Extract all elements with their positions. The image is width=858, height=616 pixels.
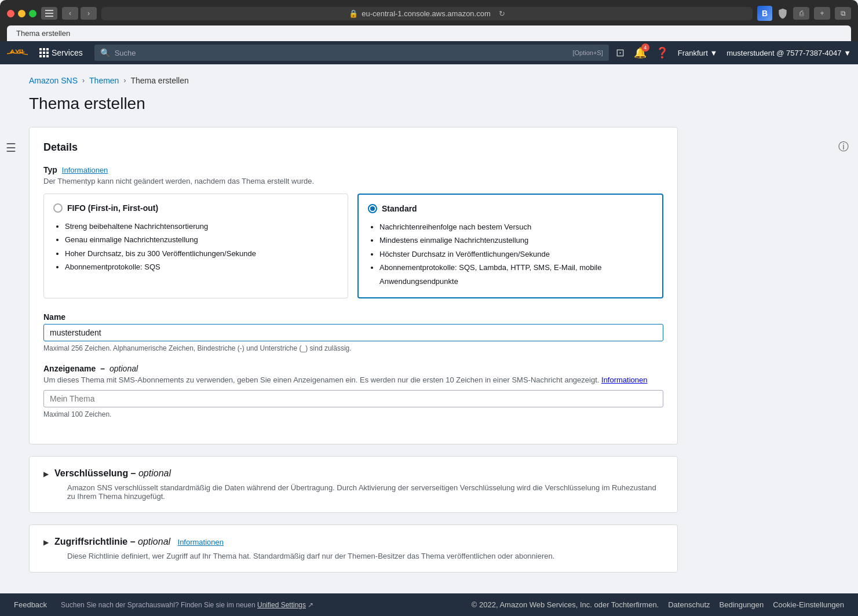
aws-logo bbox=[7, 45, 28, 60]
aws-navbar: Services 🔍 [Option+S] ⊡ 🔔 4 ❓ Frankfurt … bbox=[0, 41, 858, 64]
fifo-bullets: Streng beibehaltene Nachrichtensortierun… bbox=[53, 220, 338, 274]
standard-bullet-1: Nachrichtenreihenfolge nach bestem Versu… bbox=[379, 220, 653, 234]
page-content: Amazon SNS › Themen › Thema erstellen Th… bbox=[0, 64, 695, 596]
fifo-bullet-3: Hoher Durchsatz, bis zu 300 Veröffentlic… bbox=[65, 247, 338, 260]
forward-button[interactable]: › bbox=[81, 7, 97, 20]
encryption-title-area: Verschlüsselung – optional Amazon SNS ve… bbox=[54, 468, 663, 501]
shield-icon bbox=[777, 8, 788, 19]
standard-radio[interactable] bbox=[368, 204, 377, 213]
breadcrumb-current: Thema erstellen bbox=[130, 76, 188, 85]
fifo-bullet-2: Genau einmalige Nachrichtenzustellung bbox=[65, 233, 338, 246]
standard-header: Standard bbox=[368, 204, 653, 213]
display-name-desc: Um dieses Thema mit SMS-Abonnements zu v… bbox=[43, 376, 663, 384]
svg-rect-2 bbox=[45, 16, 53, 17]
access-policy-desc: Diese Richtlinie definiert, wer Zugriff … bbox=[67, 552, 554, 560]
help-icon[interactable]: ❓ bbox=[656, 46, 669, 59]
fifo-radio[interactable] bbox=[53, 203, 63, 213]
type-section: Typ Informationen Der Thementyp kann nic… bbox=[43, 165, 663, 298]
bitwarden-icon: B bbox=[757, 6, 772, 21]
display-name-group: Anzeigename – optional Um dieses Thema m… bbox=[43, 364, 663, 418]
search-input[interactable] bbox=[115, 49, 568, 57]
grid-icon bbox=[39, 48, 49, 57]
sidebar-toggle-btn[interactable] bbox=[41, 7, 57, 20]
lock-icon: 🔒 bbox=[349, 9, 358, 18]
search-icon: 🔍 bbox=[100, 48, 110, 57]
fifo-bullet-1: Streng beibehaltene Nachrichtensortierun… bbox=[65, 220, 338, 233]
radio-options: FIFO (First-in, First-out) Streng beibeh… bbox=[43, 194, 663, 298]
name-hint: Maximal 256 Zeichen. Alphanumerische Zei… bbox=[43, 344, 663, 352]
encryption-desc: Amazon SNS verschlüsselt standardmäßig d… bbox=[67, 483, 663, 501]
name-group: Name Maximal 256 Zeichen. Alphanumerisch… bbox=[43, 312, 663, 352]
browser-action-icons: ⎙ + ⧉ bbox=[793, 7, 851, 20]
notifications-icon[interactable]: 🔔 4 bbox=[634, 46, 647, 59]
access-policy-info-link[interactable]: Informationen bbox=[178, 538, 224, 546]
share-button[interactable]: ⎙ bbox=[793, 7, 809, 20]
svg-rect-1 bbox=[45, 13, 53, 14]
access-policy-arrow: ▶ bbox=[43, 538, 49, 546]
encryption-card: ▶ Verschlüsselung – optional Amazon SNS … bbox=[29, 456, 678, 513]
footer: Feedback Suchen Sie nach der Sprachauswa… bbox=[0, 593, 858, 596]
breadcrumb-sns[interactable]: Amazon SNS bbox=[29, 76, 78, 85]
standard-option[interactable]: Standard Nachrichtenreihenfolge nach bes… bbox=[357, 194, 663, 298]
new-tab-button[interactable]: + bbox=[814, 7, 830, 20]
access-policy-title-area: Zugriffsrichtlinie – optional Informatio… bbox=[54, 537, 554, 560]
services-menu[interactable]: Services bbox=[35, 46, 87, 60]
traffic-light-yellow[interactable] bbox=[18, 10, 25, 17]
display-name-label: Anzeigename – optional bbox=[43, 364, 663, 373]
back-button[interactable]: ‹ bbox=[62, 7, 78, 20]
reload-button[interactable]: ↻ bbox=[499, 9, 505, 18]
type-label: Typ Informationen bbox=[43, 165, 663, 174]
name-label: Name bbox=[43, 312, 663, 322]
fifo-option[interactable]: FIFO (First-in, First-out) Streng beibeh… bbox=[43, 194, 348, 298]
display-name-hint: Maximal 100 Zeichen. bbox=[43, 410, 663, 418]
breadcrumb-sep-1: › bbox=[82, 76, 85, 85]
details-card-title: Details bbox=[43, 141, 663, 154]
name-input[interactable] bbox=[43, 324, 663, 341]
browser-tab[interactable]: Thema erstellen bbox=[7, 25, 851, 41]
svg-rect-0 bbox=[45, 10, 53, 11]
fullscreen-button[interactable]: ⧉ bbox=[835, 7, 851, 20]
address-bar: 🔒 eu-central-1.console.aws.amazon.com ↻ bbox=[101, 7, 753, 20]
standard-bullet-3: Höchster Durchsatz in Veröffentlichungen… bbox=[379, 247, 653, 261]
display-name-input[interactable] bbox=[43, 390, 663, 407]
traffic-light-green[interactable] bbox=[29, 10, 36, 17]
type-desc: Der Thementyp kann nicht geändert werden… bbox=[43, 177, 663, 185]
page-title: Thema erstellen bbox=[29, 94, 678, 113]
breadcrumb-themes[interactable]: Themen bbox=[89, 76, 119, 85]
standard-bullet-4: Abonnementprotokolle: SQS, Lambda, HTTP,… bbox=[379, 261, 653, 288]
fifo-bullet-4: Abonnementprotokolle: SQS bbox=[65, 260, 338, 274]
display-name-info-link[interactable]: Informationen bbox=[601, 376, 648, 384]
breadcrumb-sep-2: › bbox=[123, 76, 126, 85]
encryption-arrow: ▶ bbox=[43, 470, 49, 478]
standard-bullet-2: Mindestens einmalige Nachrichtenzustellu… bbox=[379, 234, 653, 247]
region-selector[interactable]: Frankfurt ▼ bbox=[678, 49, 718, 57]
main-content: ☰ ⓘ Amazon SNS › Themen › Thema erstelle… bbox=[0, 64, 858, 596]
standard-bullets: Nachrichtenreihenfolge nach bestem Versu… bbox=[368, 220, 653, 288]
browser-nav: ‹ › bbox=[62, 7, 97, 20]
cloudshell-icon[interactable]: ⊡ bbox=[616, 46, 625, 59]
breadcrumb: Amazon SNS › Themen › Thema erstellen bbox=[29, 76, 678, 85]
type-info-link[interactable]: Informationen bbox=[62, 166, 108, 174]
aws-logo-area bbox=[7, 45, 28, 60]
nav-icons-area: ⊡ 🔔 4 ❓ Frankfurt ▼ musterstudent @ 7577… bbox=[616, 46, 851, 59]
user-menu[interactable]: musterstudent @ 7577-7387-4047 ▼ bbox=[726, 49, 851, 57]
hamburger-menu[interactable]: ☰ bbox=[6, 141, 16, 155]
encryption-header[interactable]: ▶ Verschlüsselung – optional Amazon SNS … bbox=[43, 468, 663, 501]
details-card: Details Typ Informationen Der Thementyp … bbox=[29, 127, 678, 444]
access-policy-card: ▶ Zugriffsrichtlinie – optional Informat… bbox=[29, 524, 678, 573]
search-bar[interactable]: 🔍 [Option+S] bbox=[94, 45, 609, 61]
traffic-light-red[interactable] bbox=[7, 10, 14, 17]
info-icon[interactable]: ⓘ bbox=[838, 140, 849, 154]
access-policy-header[interactable]: ▶ Zugriffsrichtlinie – optional Informat… bbox=[43, 537, 663, 560]
url-text: eu-central-1.console.aws.amazon.com bbox=[362, 9, 491, 18]
fifo-header: FIFO (First-in, First-out) bbox=[53, 203, 338, 213]
